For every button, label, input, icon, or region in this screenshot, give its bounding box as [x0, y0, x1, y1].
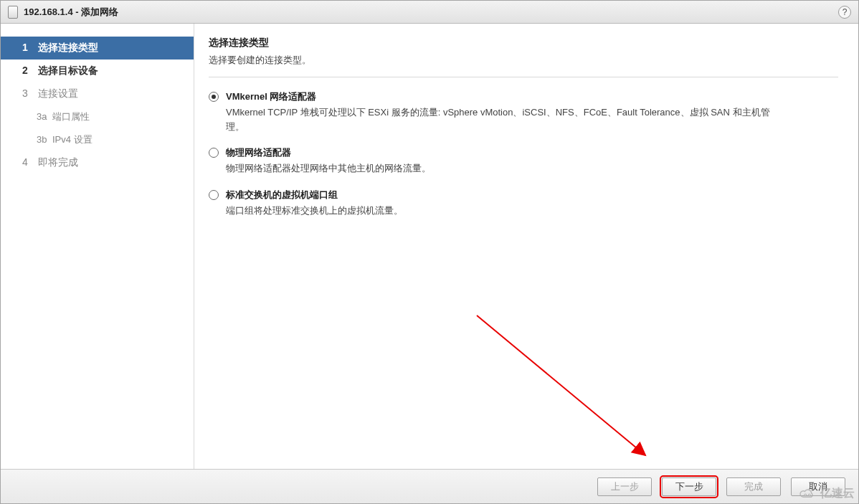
- option-portgroup-title: 标准交换机的虚拟机端口组: [226, 189, 403, 201]
- divider: [209, 77, 838, 77]
- option-physical-title: 物理网络适配器: [226, 146, 431, 159]
- step-ipv4-settings: 3bIPv4 设置: [1, 128, 194, 151]
- dialog-window: 192.168.1.4 - 添加网络 ? 1选择连接类型 2选择目标设备 3连接…: [0, 0, 859, 504]
- host-icon: [8, 6, 18, 19]
- dialog-body: 1选择连接类型 2选择目标设备 3连接设置 3a端口属性 3bIPv4 设置 4…: [1, 24, 858, 469]
- dialog-footer: 上一步 下一步 完成 取消: [1, 469, 858, 503]
- option-vmkernel[interactable]: VMkernel 网络适配器 VMkernel TCP/IP 堆栈可处理以下 E…: [209, 90, 838, 133]
- option-vmkernel-title: VMkernel 网络适配器: [226, 90, 771, 103]
- svg-point-1: [805, 494, 807, 496]
- step-port-properties: 3a端口属性: [1, 105, 194, 128]
- step-ready-to-complete: 4即将完成: [1, 151, 194, 174]
- next-button[interactable]: 下一步: [662, 477, 716, 496]
- radio-portgroup[interactable]: [209, 190, 219, 200]
- watermark: 亿速云: [797, 486, 855, 501]
- option-portgroup-desc: 端口组将处理标准交换机上的虚拟机流量。: [226, 204, 403, 218]
- option-physical[interactable]: 物理网络适配器 物理网络适配器处理网络中其他主机的网络流量。: [209, 146, 838, 176]
- svg-point-2: [808, 494, 810, 496]
- page-title: 选择连接类型: [209, 37, 838, 49]
- radio-physical[interactable]: [209, 148, 219, 158]
- dialog-title: 192.168.1.4 - 添加网络: [24, 6, 118, 19]
- option-portgroup[interactable]: 标准交换机的虚拟机端口组 端口组将处理标准交换机上的虚拟机流量。: [209, 189, 838, 218]
- main-panel: 选择连接类型 选择要创建的连接类型。 VMkernel 网络适配器 VMkern…: [194, 24, 858, 469]
- help-icon[interactable]: ?: [838, 6, 851, 19]
- back-button[interactable]: 上一步: [597, 477, 652, 496]
- radio-vmkernel[interactable]: [209, 92, 219, 102]
- wizard-sidebar: 1选择连接类型 2选择目标设备 3连接设置 3a端口属性 3bIPv4 设置 4…: [1, 24, 194, 469]
- step-connection-settings: 3连接设置: [1, 82, 194, 105]
- titlebar: 192.168.1.4 - 添加网络 ?: [1, 1, 858, 24]
- cloud-icon: [797, 488, 817, 500]
- step-select-connection-type[interactable]: 1选择连接类型: [1, 37, 194, 60]
- step-select-target-device[interactable]: 2选择目标设备: [1, 60, 194, 82]
- option-vmkernel-desc: VMkernel TCP/IP 堆栈可处理以下 ESXi 服务的流量: vSph…: [226, 105, 771, 133]
- watermark-text: 亿速云: [820, 486, 855, 501]
- finish-button[interactable]: 完成: [726, 477, 781, 496]
- page-subtitle: 选择要创建的连接类型。: [209, 54, 838, 67]
- option-physical-desc: 物理网络适配器处理网络中其他主机的网络流量。: [226, 161, 431, 176]
